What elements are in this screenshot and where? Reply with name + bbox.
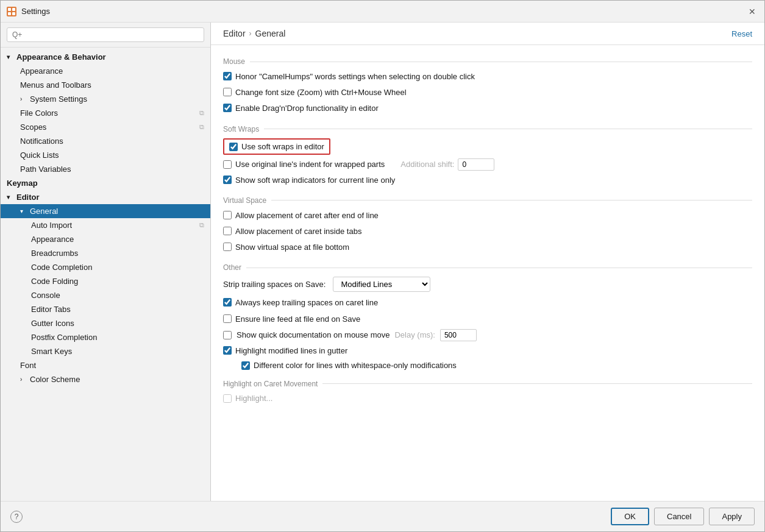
wrap-indicators-label: Show soft wrap indicators for current li…: [235, 175, 395, 186]
wrap-indicators-checkbox[interactable]: [223, 176, 232, 184]
original-indent-row: Use original line's indent for wrapped p…: [223, 158, 752, 171]
sidebar-item-notifications[interactable]: Notifications: [1, 134, 210, 148]
quick-doc-row: Show quick documentation on mouse move D…: [223, 329, 752, 341]
font-zoom-label: Change font size (Zoom) with Ctrl+Mouse …: [235, 87, 407, 98]
line-feed-label: Ensure line feed at file end on Save: [235, 314, 360, 325]
ok-button[interactable]: OK: [611, 508, 649, 525]
sidebar-item-console[interactable]: Console: [1, 288, 210, 302]
sidebar-item-editor[interactable]: ▾ Editor: [1, 190, 210, 204]
settings-tree: ▾ Appearance & Behavior Appearance Menus…: [1, 48, 210, 501]
strip-trailing-row: Strip trailing spaces on Save: Modified …: [223, 277, 752, 292]
drag-drop-label: Enable Drag'n'Drop functionality in edit…: [235, 103, 379, 114]
sidebar-item-keymap[interactable]: Keymap: [1, 176, 210, 190]
close-button[interactable]: ✕: [746, 5, 758, 18]
panel-body: Mouse Honor "CamelHumps" words settings …: [211, 45, 764, 501]
search-input[interactable]: [7, 27, 204, 42]
right-panel: Editor › General Reset Mouse Honor "Came…: [211, 23, 764, 501]
use-soft-wraps-highlighted-row: Use soft wraps in editor: [223, 138, 330, 155]
use-soft-wraps-checkbox[interactable]: [229, 143, 238, 151]
sidebar-item-appearance[interactable]: Appearance: [1, 64, 210, 78]
apply-button[interactable]: Apply: [709, 508, 755, 525]
sidebar: ▾ Appearance & Behavior Appearance Menus…: [1, 23, 211, 501]
virtual-bottom-label: Show virtual space at file bottom: [235, 242, 349, 253]
sidebar-item-general[interactable]: ▾ General: [1, 204, 210, 218]
camel-humps-checkbox[interactable]: [223, 72, 232, 80]
keep-trailing-checkbox[interactable]: [223, 298, 232, 307]
sidebar-item-breadcrumbs[interactable]: Breadcrumbs: [1, 246, 210, 260]
sidebar-item-gutter-icons[interactable]: Gutter Icons: [1, 316, 210, 330]
line-feed-row: Ensure line feed at file end on Save: [223, 313, 752, 325]
caret-end-checkbox[interactable]: [223, 211, 232, 219]
additional-shift-input[interactable]: [458, 158, 494, 171]
delay-input[interactable]: [440, 329, 477, 341]
chevron-icon: ▾: [7, 194, 14, 200]
sidebar-item-system-settings[interactable]: › System Settings: [1, 92, 210, 106]
footer-right: OK Cancel Apply: [611, 508, 755, 525]
drag-drop-checkbox[interactable]: [223, 104, 232, 112]
sidebar-item-path-variables[interactable]: Path Variables: [1, 162, 210, 176]
breadcrumb-separator: ›: [249, 29, 252, 38]
sidebar-item-appearance2[interactable]: Appearance: [1, 232, 210, 246]
highlight-modified-label: Highlight modified lines in gutter: [235, 346, 347, 356]
chevron-icon: ›: [20, 96, 27, 102]
sidebar-item-auto-import[interactable]: Auto Import ⧉: [1, 218, 210, 232]
highlight-modified-checkbox[interactable]: [223, 346, 232, 355]
sidebar-item-menus-toolbars[interactable]: Menus and Toolbars: [1, 78, 210, 92]
original-indent-label: Use original line's indent for wrapped p…: [235, 160, 385, 169]
caret-tabs-row: Allow placement of caret inside tabs: [223, 225, 752, 238]
sidebar-item-color-scheme[interactable]: › Color Scheme: [1, 372, 210, 386]
original-indent-checkbox[interactable]: [223, 160, 232, 169]
font-zoom-row: Change font size (Zoom) with Ctrl+Mouse …: [223, 87, 752, 99]
diff-whitespace-checkbox[interactable]: [241, 361, 250, 370]
caret-tabs-checkbox[interactable]: [223, 227, 232, 235]
window-title: Settings: [21, 7, 50, 16]
main-content: ▾ Appearance & Behavior Appearance Menus…: [1, 23, 764, 501]
reset-button[interactable]: Reset: [731, 29, 752, 38]
font-zoom-checkbox[interactable]: [223, 88, 232, 96]
caret-tabs-label: Allow placement of caret inside tabs: [235, 226, 361, 237]
copy-icon: ⧉: [199, 109, 204, 117]
sidebar-item-postfix-completion[interactable]: Postfix Completion: [1, 330, 210, 344]
wrap-indicators-row: Show soft wrap indicators for current li…: [223, 174, 752, 186]
quick-doc-checkbox[interactable]: [223, 331, 232, 339]
title-bar-left: Settings: [7, 7, 50, 16]
strip-trailing-select[interactable]: Modified Lines None All: [333, 277, 430, 292]
sidebar-item-appearance-behavior[interactable]: ▾ Appearance & Behavior: [1, 50, 210, 64]
line-feed-checkbox[interactable]: [223, 314, 232, 323]
svg-rect-0: [8, 8, 11, 11]
keep-trailing-row: Always keep trailing spaces on caret lin…: [223, 297, 752, 309]
sidebar-item-smart-keys[interactable]: Smart Keys: [1, 344, 210, 358]
diff-whitespace-row: Different color for lines with whitespac…: [223, 361, 752, 370]
sidebar-item-font[interactable]: Font: [1, 358, 210, 372]
copy-icon: ⧉: [199, 123, 204, 131]
sidebar-item-file-colors[interactable]: File Colors ⧉: [1, 106, 210, 120]
keep-trailing-label: Always keep trailing spaces on caret lin…: [235, 297, 378, 308]
breadcrumb-current: General: [255, 29, 286, 38]
highlight-caret-section-label: Highlight on Caret Movement: [223, 380, 752, 388]
breadcrumb: Editor › General: [223, 29, 285, 38]
sidebar-item-code-folding[interactable]: Code Folding: [1, 274, 210, 288]
sidebar-item-code-completion[interactable]: Code Completion: [1, 260, 210, 274]
other-section-label: Other: [223, 263, 752, 272]
footer: ? OK Cancel Apply: [1, 501, 764, 531]
svg-rect-3: [12, 12, 15, 15]
sidebar-item-quick-lists[interactable]: Quick Lists: [1, 148, 210, 162]
sidebar-item-scopes[interactable]: Scopes ⧉: [1, 120, 210, 134]
caret-end-label: Allow placement of caret after end of li…: [235, 210, 379, 221]
mouse-section-label: Mouse: [223, 57, 752, 66]
partial-checkbox: [223, 394, 232, 403]
svg-rect-1: [12, 8, 15, 11]
footer-left: ?: [10, 511, 23, 523]
camel-humps-label: Honor "CamelHumps" words settings when s…: [235, 71, 475, 82]
settings-window: Settings ✕ ▾ Appearance & Behavior Appea…: [0, 0, 765, 532]
quick-doc-label: Show quick documentation on mouse move: [237, 330, 390, 339]
caret-end-row: Allow placement of caret after end of li…: [223, 210, 752, 222]
search-box: [1, 23, 210, 48]
cancel-button[interactable]: Cancel: [654, 508, 704, 525]
sidebar-item-editor-tabs[interactable]: Editor Tabs: [1, 302, 210, 316]
virtual-space-section-label: Virtual Space: [223, 196, 752, 205]
diff-whitespace-label: Different color for lines with whitespac…: [254, 361, 457, 370]
virtual-bottom-checkbox[interactable]: [223, 243, 232, 251]
partial-content: Highlight...: [223, 393, 752, 405]
help-button[interactable]: ?: [10, 511, 23, 523]
